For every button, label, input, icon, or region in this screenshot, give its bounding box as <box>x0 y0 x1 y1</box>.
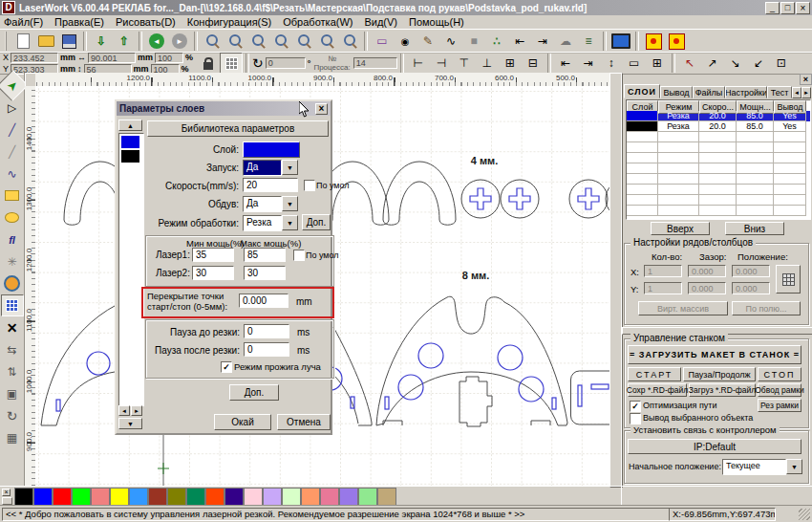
power-default-checkbox[interactable] <box>293 250 305 261</box>
array-copy-tool[interactable]: ▦ <box>1 426 24 448</box>
layer-list-scroll-right-icon[interactable]: ► <box>131 405 142 416</box>
maximize-button[interactable]: □ <box>780 2 795 14</box>
move-layer-up-button[interactable]: Вверх <box>651 222 710 235</box>
layer-list[interactable] <box>118 133 144 406</box>
same-height-icon[interactable]: ⇥ <box>577 53 600 75</box>
start-select[interactable]: Да ▼ <box>243 160 298 175</box>
toolbar-grip[interactable] <box>5 32 10 51</box>
speed-field[interactable]: 20 <box>243 178 298 192</box>
layer-list-down-icon[interactable]: ▼ <box>118 418 142 429</box>
anchor-top-right-icon[interactable]: ↗ <box>701 53 724 75</box>
palette-swatch[interactable] <box>358 488 377 506</box>
palette-swatch[interactable] <box>244 488 263 506</box>
text-tool[interactable]: fI <box>1 228 24 250</box>
anchor-top-left-icon[interactable]: ↖ <box>678 53 701 75</box>
align-left-icon[interactable]: ⊢ <box>407 53 430 75</box>
laser1-min-field[interactable]: 35 <box>192 248 234 262</box>
preview-monitor-icon[interactable] <box>609 31 632 53</box>
trace-frame-button[interactable]: Обвод рамки <box>758 383 801 397</box>
tab-layers[interactable]: СЛОИ <box>624 84 660 98</box>
anchor-bottom-right-icon[interactable]: ↘ <box>724 53 747 75</box>
cloud-output-icon[interactable]: ☁ <box>554 31 577 53</box>
zoom-all-icon[interactable] <box>292 31 315 53</box>
x-count-field[interactable]: 1 <box>644 265 682 277</box>
table-row-empty[interactable] <box>627 195 810 206</box>
layer-list-scroll-left-icon[interactable]: ◄ <box>118 405 130 416</box>
save-file-button[interactable] <box>57 31 80 53</box>
curve-tool[interactable]: ∿ <box>1 163 24 185</box>
table-row-empty[interactable] <box>627 142 810 153</box>
palette-swatch[interactable] <box>339 488 358 506</box>
parameter-library-button[interactable]: Бибилиотека параметров <box>147 120 329 137</box>
rectangle-tool[interactable] <box>1 185 24 207</box>
lock-ratio-icon[interactable] <box>197 53 220 75</box>
output-cell[interactable]: Yes <box>774 121 806 132</box>
by-field-button[interactable]: По полю... <box>732 301 801 315</box>
measure-vertical-icon[interactable]: ⇥ <box>531 31 554 53</box>
close-button[interactable]: × <box>796 2 810 14</box>
layer-color-cell[interactable] <box>627 111 658 121</box>
capture-tool[interactable] <box>1 272 24 294</box>
palette-swatch[interactable] <box>320 488 339 506</box>
zoom-area-icon[interactable] <box>315 31 338 53</box>
layer-color-button[interactable] <box>243 141 300 158</box>
menu-edit[interactable]: Правка(E) <box>54 16 104 28</box>
layer-list-up-icon[interactable]: ▲ <box>118 120 142 131</box>
zoom-window-icon[interactable] <box>224 31 246 53</box>
align-center-v-icon[interactable]: ⊟ <box>522 53 545 75</box>
redo-button[interactable]: ► <box>168 31 191 53</box>
align-center-h-icon[interactable]: ⊞ <box>499 53 522 75</box>
chevron-down-icon[interactable]: ▼ <box>282 196 298 211</box>
palette-drag-handle[interactable] <box>2 497 12 505</box>
palette-swatch[interactable] <box>110 488 129 506</box>
tab-test[interactable]: Тест <box>767 86 792 98</box>
palette-swatch[interactable] <box>301 488 320 506</box>
tab-scroll-left-icon[interactable]: ◄ <box>792 87 801 98</box>
menu-process[interactable]: Обработка(W) <box>283 16 353 28</box>
simulate-stop-icon[interactable] <box>665 31 688 53</box>
grid-array-tool[interactable] <box>1 294 24 316</box>
table-row-empty[interactable] <box>627 153 810 163</box>
mirror-vertical-tool[interactable]: ⇅ <box>1 360 24 382</box>
menu-config[interactable]: Конфигурация(S) <box>187 16 271 28</box>
chevron-down-icon[interactable]: ▼ <box>282 215 298 230</box>
width-percent-field[interactable]: 100 <box>155 53 183 63</box>
title-bar[interactable]: D LaserWork V6.00.44 РЕКЛАБ for..._Dan-[… <box>0 0 812 15</box>
chevron-down-icon[interactable]: ▼ <box>786 459 802 474</box>
output-selected-checkbox[interactable] <box>630 413 641 424</box>
x-pos-field[interactable]: 0.000 <box>732 265 770 277</box>
align-bottom-icon[interactable]: ⊥ <box>476 53 499 75</box>
menu-draw[interactable]: Рисовать(D) <box>116 16 176 28</box>
same-size-icon[interactable]: ↕ <box>600 53 623 75</box>
node-tree-icon[interactable]: ∴ <box>485 31 508 53</box>
marquee-select-icon[interactable]: ▭ <box>371 31 394 53</box>
anchor-center-icon[interactable]: ⊡ <box>770 53 793 75</box>
burn-mode-checkbox[interactable] <box>221 361 232 373</box>
task-list-icon[interactable]: ≡ <box>577 31 600 53</box>
same-rect-icon[interactable]: ▭ <box>623 53 646 75</box>
palette-swatch[interactable] <box>53 488 72 506</box>
delete-tool[interactable]: ✕ <box>1 316 24 338</box>
table-row-selected[interactable]: Резка 20.0 85.0 Yes <box>627 111 810 121</box>
palette-swatch[interactable] <box>377 488 396 506</box>
tab-settings[interactable]: Настройки <box>725 86 767 98</box>
more-settings-button[interactable]: Доп. <box>229 384 279 401</box>
cut-frame-button[interactable]: Рез рамки <box>758 399 801 412</box>
x-coord-field[interactable]: 233.452 <box>11 53 58 63</box>
dialog-close-icon[interactable]: × <box>315 103 328 115</box>
pause-after-field[interactable]: 0 <box>244 342 289 357</box>
palette-swatch[interactable] <box>91 488 110 506</box>
layer-color-cell[interactable] <box>627 121 658 132</box>
palette-swatch[interactable] <box>129 488 148 506</box>
zoom-extents-icon[interactable] <box>201 31 224 53</box>
blow-select[interactable]: Да ▼ <box>243 196 298 211</box>
y-gap-field[interactable]: 0.000 <box>688 282 726 294</box>
table-row-empty[interactable] <box>627 185 810 195</box>
measure-horizontal-icon[interactable]: ⇤ <box>508 31 531 53</box>
horizontal-ruler[interactable]: 1200.0 1100.0 1000.0 900.0 800.0 700.0 6… <box>35 73 609 87</box>
stop-button[interactable]: СТОП <box>758 367 801 381</box>
palette-swatch[interactable] <box>14 488 33 506</box>
distribute-icon[interactable]: ⊞ <box>646 53 669 75</box>
palette-swatch[interactable] <box>205 488 224 506</box>
speed-cell[interactable]: 20.0 <box>699 121 737 132</box>
